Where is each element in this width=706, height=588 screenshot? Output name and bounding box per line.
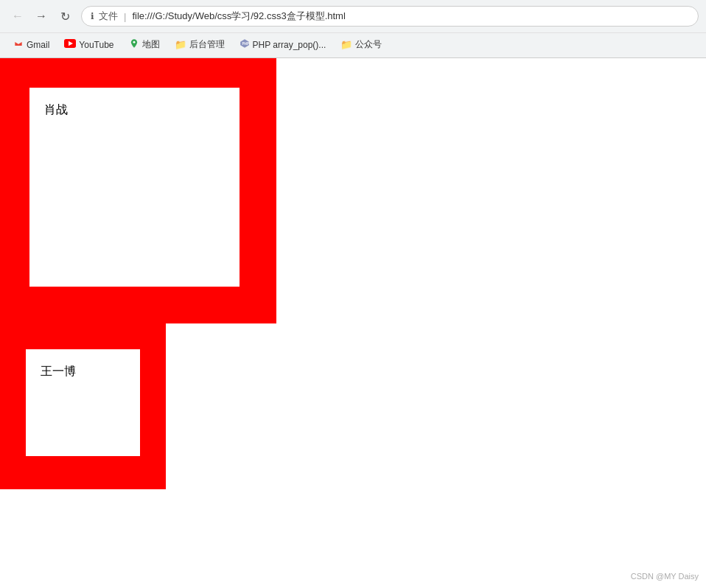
youtube-icon	[64, 39, 76, 50]
youtube-label: YouTube	[79, 40, 113, 50]
box1-outer: 肖战	[0, 58, 276, 323]
url-text: file:///G:/Study/Web/css学习/92.css3盒子模型.h…	[132, 10, 345, 23]
bookmark-backend[interactable]: 📁 后台管理	[169, 36, 231, 53]
gmail-icon	[13, 38, 24, 51]
bookmark-gmail[interactable]: Gmail	[7, 36, 55, 53]
back-icon: ←	[12, 10, 24, 23]
box2-outer: 王一博	[0, 323, 166, 489]
bookmark-php[interactable]: PHP PHP array_pop()...	[234, 36, 332, 53]
file-label: 文件	[99, 10, 118, 23]
bookmark-youtube[interactable]: YouTube	[58, 37, 119, 52]
security-icon: ℹ	[91, 11, 94, 21]
address-bar[interactable]: ℹ 文件 | file:///G:/Study/Web/css学习/92.css…	[81, 6, 699, 27]
reload-icon: ↻	[60, 10, 70, 24]
bookmarks-bar: Gmail YouTube 地图 📁 后台管理	[0, 32, 706, 57]
backend-folder-icon: 📁	[175, 39, 186, 50]
php-label: PHP array_pop()...	[253, 40, 326, 50]
svg-point-0	[13, 38, 24, 49]
browser-chrome: ← → ↻ ℹ 文件 | file:///G:/Study/Web/css学习/…	[0, 0, 706, 58]
box1-inner: 肖战	[29, 88, 240, 287]
watermark-text: CSDN @MY Daisy	[631, 572, 699, 581]
wechat-label: 公众号	[355, 38, 382, 51]
nav-buttons: ← → ↻	[7, 6, 75, 27]
svg-point-3	[133, 41, 135, 43]
forward-icon: →	[35, 10, 47, 23]
box1-text: 肖战	[44, 103, 68, 116]
bookmark-wechat[interactable]: 📁 公众号	[335, 36, 388, 53]
forward-button[interactable]: →	[31, 6, 52, 27]
back-button[interactable]: ←	[7, 6, 28, 27]
maps-label: 地图	[142, 38, 160, 51]
php-icon: PHP	[240, 38, 250, 51]
svg-text:PHP: PHP	[242, 42, 249, 46]
gmail-label: Gmail	[27, 40, 49, 50]
bookmark-maps[interactable]: 地图	[123, 36, 166, 53]
page-content: 肖战 王一博	[0, 58, 706, 574]
wechat-folder-icon: 📁	[340, 39, 352, 50]
separator: |	[124, 11, 126, 22]
maps-icon	[129, 38, 139, 51]
browser-toolbar: ← → ↻ ℹ 文件 | file:///G:/Study/Web/css学习/…	[0, 0, 706, 32]
box2-inner: 王一博	[26, 349, 140, 456]
box2-text: 王一博	[41, 365, 76, 377]
reload-button[interactable]: ↻	[55, 6, 75, 27]
watermark: CSDN @MY Daisy	[631, 572, 699, 581]
backend-label: 后台管理	[189, 38, 225, 51]
